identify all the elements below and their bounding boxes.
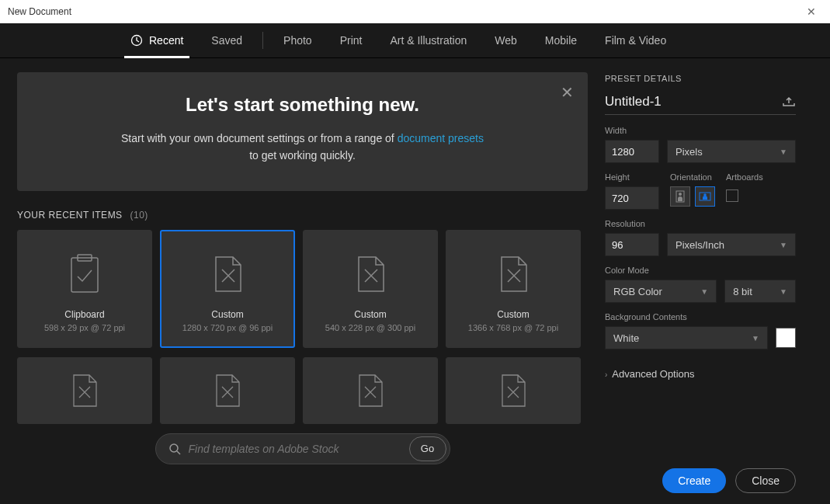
tab-label: Photo (283, 34, 312, 47)
artboards-label: Artboards (726, 172, 763, 182)
tab-art[interactable]: Art & Illustration (376, 23, 481, 58)
search-box: Go (155, 433, 450, 464)
upload-icon[interactable] (782, 96, 796, 107)
preset-card[interactable] (446, 357, 581, 424)
tab-photo[interactable]: Photo (269, 23, 326, 58)
card-sub: 1280 x 720 px @ 96 ppi (182, 323, 273, 332)
preset-card[interactable] (160, 357, 295, 424)
landscape-button[interactable] (695, 186, 715, 207)
window-title-bar: New Document ✕ (0, 0, 830, 23)
tab-label: Art & Illustration (390, 34, 467, 47)
document-icon (211, 245, 244, 301)
document-icon (498, 367, 528, 414)
preset-card-clipboard[interactable]: Clipboard 598 x 29 px @ 72 ppi (17, 230, 152, 348)
background-label: Background Contents (605, 312, 796, 322)
tab-label: Film & Video (605, 34, 666, 47)
svg-rect-1 (71, 258, 98, 292)
preset-card-custom[interactable]: Custom 1280 x 720 px @ 96 ppi (160, 230, 295, 348)
card-sub: 540 x 228 px @ 300 ppi (325, 323, 415, 332)
advanced-options-toggle[interactable]: ›Advanced Options (605, 368, 796, 380)
tab-recent[interactable]: Recent (116, 23, 197, 58)
create-button[interactable]: Create (662, 468, 726, 493)
close-icon[interactable]: ✕ (800, 5, 822, 18)
tab-print[interactable]: Print (326, 23, 377, 58)
artboards-checkbox[interactable] (726, 189, 738, 202)
portrait-button[interactable] (670, 186, 690, 207)
presets-link[interactable]: document presets (398, 132, 484, 144)
background-swatch[interactable] (776, 328, 796, 348)
svg-point-3 (170, 444, 178, 452)
tab-label: Web (495, 34, 517, 47)
width-label: Width (605, 126, 796, 135)
orientation-label: Orientation (670, 172, 715, 182)
card-title: Custom (354, 309, 386, 320)
tab-mobile[interactable]: Mobile (531, 23, 591, 58)
tabs-bar: Recent Saved Photo Print Art & Illustrat… (0, 23, 830, 58)
document-icon (213, 367, 242, 414)
hero-panel: ✕ Let's start something new. Start with … (17, 72, 588, 191)
tab-web[interactable]: Web (481, 23, 531, 58)
height-label: Height (605, 172, 659, 182)
separator (262, 32, 263, 49)
chevron-down-icon: ▼ (780, 148, 787, 156)
preset-card[interactable] (303, 357, 438, 424)
search-icon (168, 443, 181, 455)
clock-icon (130, 34, 143, 47)
document-icon (70, 367, 99, 414)
window-title: New Document (8, 6, 71, 17)
preset-card-custom[interactable]: Custom 540 x 228 px @ 300 ppi (303, 230, 438, 348)
svg-point-5 (679, 193, 682, 196)
tab-saved[interactable]: Saved (197, 23, 256, 58)
document-icon (354, 245, 387, 301)
width-input[interactable] (605, 140, 659, 163)
tab-label: Saved (211, 34, 242, 47)
tab-label: Recent (149, 34, 183, 47)
search-input[interactable] (189, 443, 401, 455)
resolution-label: Resolution (605, 219, 796, 228)
bit-depth-select[interactable]: 8 bit▼ (724, 280, 796, 303)
hero-close-icon[interactable]: ✕ (561, 83, 574, 102)
color-mode-label: Color Mode (605, 266, 796, 275)
go-button[interactable]: Go (409, 436, 446, 461)
chevron-down-icon: ▼ (700, 287, 708, 296)
preset-card-custom[interactable]: Custom 1366 x 768 px @ 72 ppi (446, 230, 581, 348)
hero-subtitle: Start with your own document settings or… (33, 130, 572, 165)
unit-select[interactable]: Pixels▼ (667, 140, 796, 163)
background-select[interactable]: White▼ (605, 326, 768, 349)
card-title: Custom (211, 309, 243, 320)
hero-title: Let's start something new. (33, 94, 572, 116)
color-mode-select[interactable]: RGB Color▼ (605, 280, 717, 303)
document-name[interactable]: Untitled-1 (605, 94, 662, 109)
tab-label: Mobile (545, 34, 577, 47)
card-title: Clipboard (64, 309, 104, 320)
clipboard-icon (67, 245, 102, 301)
chevron-down-icon: ▼ (780, 241, 787, 249)
preset-details-header: PRESET DETAILS (605, 74, 796, 83)
resolution-unit-select[interactable]: Pixels/Inch▼ (667, 233, 796, 256)
card-sub: 598 x 29 px @ 72 ppi (44, 323, 125, 332)
document-icon (497, 245, 530, 301)
chevron-right-icon: › (605, 370, 607, 379)
resolution-input[interactable] (605, 233, 659, 256)
close-button[interactable]: Close (735, 468, 796, 493)
card-title: Custom (497, 309, 529, 320)
tab-film[interactable]: Film & Video (591, 23, 680, 58)
tab-label: Print (340, 34, 363, 47)
card-sub: 1366 x 768 px @ 72 ppi (468, 323, 558, 332)
chevron-down-icon: ▼ (752, 334, 759, 342)
preset-card[interactable] (17, 357, 152, 424)
document-icon (356, 367, 385, 414)
height-input[interactable] (605, 186, 659, 210)
section-header: YOUR RECENT ITEMS (10) (17, 210, 588, 221)
chevron-down-icon: ▼ (780, 287, 787, 296)
